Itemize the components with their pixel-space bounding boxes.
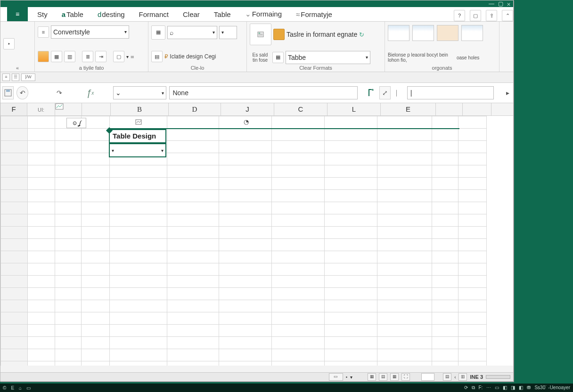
cell[interactable] bbox=[325, 153, 377, 165]
cell[interactable] bbox=[377, 288, 432, 300]
col-header-blank1[interactable]: UI: bbox=[27, 103, 55, 115]
tab-formatyje[interactable]: ≈Formatyje bbox=[291, 8, 337, 21]
cell[interactable] bbox=[458, 116, 487, 129]
cell[interactable] bbox=[432, 361, 458, 366]
cell[interactable] bbox=[1, 239, 28, 251]
os-tray-9[interactable]: ⛃ bbox=[527, 385, 531, 391]
cell[interactable] bbox=[1, 288, 28, 300]
cell[interactable] bbox=[1, 300, 28, 312]
right-formula-box[interactable]: | bbox=[407, 86, 494, 99]
cell[interactable] bbox=[55, 349, 82, 361]
cell[interactable] bbox=[82, 202, 110, 214]
cell[interactable] bbox=[272, 263, 325, 276]
cell[interactable] bbox=[167, 337, 219, 349]
anchor-icon[interactable]: ⎸ bbox=[393, 87, 404, 99]
cell[interactable] bbox=[55, 325, 82, 337]
cell[interactable] bbox=[82, 349, 110, 361]
cell[interactable] bbox=[167, 239, 219, 251]
cell[interactable] bbox=[432, 312, 458, 325]
cell[interactable] bbox=[432, 276, 458, 288]
cell[interactable] bbox=[1, 190, 28, 202]
cell[interactable] bbox=[272, 239, 325, 251]
cell[interactable] bbox=[219, 129, 272, 141]
cell[interactable] bbox=[55, 129, 82, 141]
cell[interactable] bbox=[325, 312, 377, 325]
os-item-2[interactable]: E bbox=[11, 385, 14, 391]
cell[interactable] bbox=[110, 165, 167, 178]
cell[interactable] bbox=[167, 141, 219, 153]
cell[interactable] bbox=[28, 178, 55, 190]
cell[interactable] bbox=[1, 202, 28, 214]
cell[interactable] bbox=[458, 165, 487, 178]
cell[interactable] bbox=[272, 129, 325, 141]
cell[interactable] bbox=[325, 190, 377, 202]
cell[interactable] bbox=[167, 325, 219, 337]
cell[interactable] bbox=[1, 349, 28, 361]
cell[interactable] bbox=[377, 361, 432, 366]
title-control-close[interactable]: ⨉ bbox=[507, 1, 510, 7]
cell[interactable] bbox=[55, 214, 82, 227]
tab-formaing[interactable]: ⌄Formaing bbox=[240, 8, 286, 21]
status-mode[interactable]: ▭ bbox=[329, 373, 343, 381]
cell[interactable] bbox=[1, 227, 28, 239]
cell[interactable] bbox=[458, 227, 487, 239]
cell[interactable] bbox=[272, 288, 325, 300]
cell[interactable] bbox=[458, 300, 487, 312]
cell[interactable] bbox=[432, 325, 458, 337]
os-item-3[interactable]: ⌂ bbox=[19, 385, 22, 391]
cell[interactable] bbox=[167, 214, 219, 227]
cell[interactable] bbox=[110, 325, 167, 337]
cell[interactable] bbox=[82, 288, 110, 300]
cell[interactable] bbox=[432, 202, 458, 214]
cell[interactable] bbox=[272, 349, 325, 361]
cell[interactable] bbox=[458, 361, 487, 366]
cell[interactable] bbox=[325, 141, 377, 153]
cell[interactable] bbox=[110, 178, 167, 190]
cell[interactable] bbox=[219, 300, 272, 312]
table-mini-icon[interactable]: ▦ bbox=[272, 52, 284, 63]
cell[interactable] bbox=[110, 263, 167, 276]
col-header-blank3[interactable] bbox=[82, 103, 111, 115]
cell[interactable] bbox=[377, 214, 432, 227]
cell[interactable] bbox=[272, 153, 325, 165]
status-layout2-icon[interactable]: ▥ bbox=[458, 373, 467, 381]
gallery-style-4[interactable] bbox=[461, 25, 483, 41]
cell[interactable] bbox=[325, 251, 377, 263]
cell[interactable] bbox=[458, 337, 487, 349]
cell[interactable] bbox=[377, 312, 432, 325]
cell[interactable] bbox=[82, 165, 110, 178]
cell[interactable] bbox=[219, 263, 272, 276]
cell[interactable] bbox=[377, 165, 432, 178]
insert-icon[interactable]: ▤ bbox=[151, 51, 163, 62]
dropdown-icon[interactable]: ▾ bbox=[126, 54, 129, 59]
cell[interactable] bbox=[55, 251, 82, 263]
cell[interactable] bbox=[272, 325, 325, 337]
cell[interactable] bbox=[167, 312, 219, 325]
cell[interactable] bbox=[432, 349, 458, 361]
cell[interactable] bbox=[219, 288, 272, 300]
cell[interactable] bbox=[432, 263, 458, 276]
cell[interactable] bbox=[377, 153, 432, 165]
columns-icon[interactable]: ▥ bbox=[64, 51, 75, 62]
cell[interactable] bbox=[458, 263, 487, 276]
cell[interactable] bbox=[28, 251, 55, 263]
table-style1-icon[interactable]: ▦ bbox=[151, 25, 165, 40]
cell[interactable] bbox=[458, 153, 487, 165]
cell[interactable] bbox=[272, 227, 325, 239]
cell[interactable] bbox=[219, 312, 272, 325]
col-header-L[interactable]: L bbox=[327, 103, 381, 115]
filter-dropdown-right-icon[interactable]: ▾ bbox=[161, 148, 164, 153]
cell[interactable] bbox=[432, 337, 458, 349]
cell[interactable] bbox=[458, 288, 487, 300]
cell-edit-widget[interactable]: ⊙ʆ bbox=[66, 118, 86, 128]
ribbon-display-options-icon[interactable]: ▢ bbox=[470, 10, 481, 21]
cell[interactable] bbox=[55, 312, 82, 325]
cell[interactable] bbox=[432, 227, 458, 239]
cell[interactable] bbox=[458, 190, 487, 202]
cell[interactable] bbox=[432, 251, 458, 263]
cell[interactable] bbox=[1, 325, 28, 337]
cell[interactable] bbox=[55, 178, 82, 190]
tab-desting[interactable]: ddesting bbox=[93, 8, 130, 21]
tab-table2[interactable]: Table bbox=[209, 8, 236, 21]
zoom-slider[interactable] bbox=[486, 375, 510, 379]
